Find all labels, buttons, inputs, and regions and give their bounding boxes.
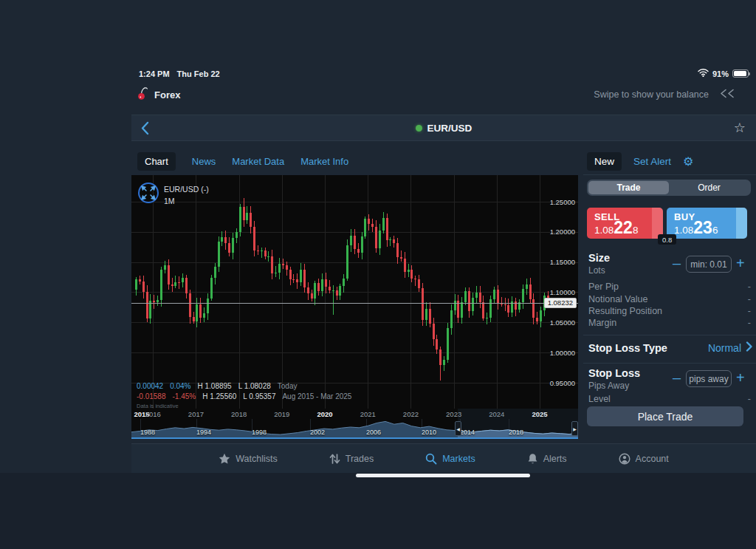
y-axis-tick: 1.25000 xyxy=(550,198,575,206)
spread-badge: 0.8 xyxy=(658,234,676,245)
nav-trades[interactable]: Trades xyxy=(329,453,374,465)
market-open-dot xyxy=(416,125,422,132)
chart-stats-overlay: 0.000420.04%H 1.08895L 1.08028Today -0.0… xyxy=(137,381,358,402)
tab-market-data[interactable]: Market Data xyxy=(232,156,284,167)
x-axis-tick: 2019 xyxy=(274,410,289,418)
today-high: H 1.08895 xyxy=(198,382,232,390)
place-trade-button[interactable]: Place Trade xyxy=(587,406,743,426)
segment-order[interactable]: Order xyxy=(669,181,749,194)
stop-loss-type-value: Normal xyxy=(708,342,741,354)
timeline-year: 1988 xyxy=(140,429,155,436)
data-indicative-note: Data is indicative xyxy=(137,403,179,409)
today-label: Today xyxy=(278,382,298,390)
timeline-year: 1998 xyxy=(252,429,267,436)
search-icon xyxy=(425,453,437,465)
trade-order-segmented: Trade Order xyxy=(587,180,751,196)
tab-chart[interactable]: Chart xyxy=(137,152,176,171)
nav-account[interactable]: Account xyxy=(619,453,669,465)
y-axis-tick: 1.15000 xyxy=(550,258,575,266)
x-axis-tick: 2016 xyxy=(145,410,161,418)
home-indicator[interactable] xyxy=(356,474,530,477)
range-change: -0.01588 xyxy=(137,392,165,400)
clock: 1:24 PM xyxy=(139,69,170,78)
x-axis-tick: 2022 xyxy=(403,410,419,418)
stop-loss-subtitle: Pips Away xyxy=(588,381,629,391)
margin-row: Margin- xyxy=(583,318,756,328)
chart-instrument-info: EUR/USD (-) 1M xyxy=(164,183,209,207)
divider xyxy=(583,335,756,335)
divider xyxy=(583,363,756,364)
sell-button[interactable]: SELL 1.08228 xyxy=(587,208,663,239)
nav-alerts[interactable]: Alerts xyxy=(527,453,567,465)
status-bar-left: 1:24 PM Thu Feb 22 xyxy=(139,69,220,78)
stop-loss-minus-button[interactable]: – xyxy=(673,369,681,386)
y-axis-tick: 1.20000 xyxy=(550,228,575,236)
x-axis-tick: 2018 xyxy=(231,410,247,418)
app-title-row: Forex xyxy=(137,87,180,103)
stats-range-row: -0.01588-1.45%H 1.25560L 0.95357Aug 2015… xyxy=(137,392,358,402)
timeline-baseline xyxy=(131,437,578,439)
range-pct: -1.45% xyxy=(172,392,196,400)
symbol-header-bar: EUR/USD ☆ xyxy=(131,115,756,141)
tab-new[interactable]: New xyxy=(587,152,622,171)
gear-icon[interactable]: ⚙ xyxy=(683,154,693,168)
stop-loss-plus-button[interactable]: + xyxy=(736,369,745,386)
battery-percent: 91% xyxy=(712,69,729,78)
range-low: L 0.95357 xyxy=(243,392,275,400)
back-button[interactable] xyxy=(140,121,149,138)
tab-news[interactable]: News xyxy=(192,156,216,167)
ticket-tabbar: New Set Alert ⚙ xyxy=(583,148,756,175)
size-input[interactable] xyxy=(686,256,732,273)
chart-interval-label[interactable]: 1M xyxy=(164,195,209,207)
size-title: Size xyxy=(588,252,610,264)
today-change: 0.00042 xyxy=(137,382,163,390)
sell-price: 1.08228 xyxy=(594,222,663,236)
nav-watchlists[interactable]: Watchlists xyxy=(219,453,278,465)
x-axis-tick: 2017 xyxy=(188,410,204,418)
nav-markets[interactable]: Markets xyxy=(425,453,475,465)
favorite-star-icon[interactable]: ☆ xyxy=(734,120,746,136)
current-price-tag: 1.08232 xyxy=(544,298,577,308)
range-label: Aug 2015 - Mar 2025 xyxy=(282,392,351,400)
y-axis-tick: 1.10000 xyxy=(550,288,575,296)
tab-market-info[interactable]: Market Info xyxy=(300,156,348,167)
timeline-left-handle[interactable]: ◀ xyxy=(455,421,461,436)
buy-price: 1.08236 xyxy=(674,222,747,236)
timeline-year: 2006 xyxy=(366,429,381,436)
y-axis-tick: 0.95000 xyxy=(550,379,575,387)
tab-set-alert[interactable]: Set Alert xyxy=(633,156,671,167)
bell-icon xyxy=(527,453,538,465)
range-high: H 1.25560 xyxy=(202,392,236,400)
balance-hint-row[interactable]: Swipe to show your balance xyxy=(594,89,735,100)
timeline-right-handle[interactable]: ▶ xyxy=(571,421,578,436)
today-low: L 1.08028 xyxy=(238,382,271,390)
resulting-position-row: Resulting Position- xyxy=(583,306,756,316)
market-tabbar: Chart News Market Data Market Info xyxy=(131,148,580,175)
stats-today-row: 0.000420.04%H 1.08895L 1.08028Today xyxy=(137,381,358,392)
size-minus-button[interactable]: – xyxy=(673,255,681,271)
stop-loss-type-row[interactable]: Stop Loss Type Normal xyxy=(583,341,756,355)
segment-trade[interactable]: Trade xyxy=(588,181,669,194)
app-name: Forex xyxy=(154,89,180,100)
timeline-year: 2002 xyxy=(310,429,325,436)
deal-ticket-panel: New Set Alert ⚙ Trade Order SELL 1.08228… xyxy=(583,148,756,440)
up-down-arrows-icon xyxy=(329,453,340,465)
expand-chart-button[interactable] xyxy=(137,182,159,207)
buy-button[interactable]: BUY 1.08236 xyxy=(667,208,747,239)
screen-bottom-area xyxy=(0,473,756,549)
bottom-nav: Watchlists Trades Markets Alerts Account xyxy=(131,443,756,473)
today-pct: 0.04% xyxy=(170,382,190,390)
x-axis-tick: 2021 xyxy=(360,410,376,418)
size-subtitle: Lots xyxy=(588,265,605,276)
stop-loss-input[interactable] xyxy=(686,370,732,387)
price-chart[interactable]: 1.250001.200001.150001.100001.050001.000… xyxy=(131,175,578,439)
timeline-year: 2014 xyxy=(460,429,475,436)
double-chevron-left-icon[interactable] xyxy=(719,89,735,100)
chart-symbol-label: EUR/USD (-) xyxy=(164,183,209,195)
symbol-title: EUR/USD xyxy=(416,123,472,134)
stop-loss-type-label: Stop Loss Type xyxy=(588,342,708,354)
chevron-right-icon xyxy=(746,341,752,355)
status-bar-right: 91% xyxy=(698,69,749,78)
symbol-name: EUR/USD xyxy=(427,123,472,134)
size-plus-button[interactable]: + xyxy=(736,255,745,271)
